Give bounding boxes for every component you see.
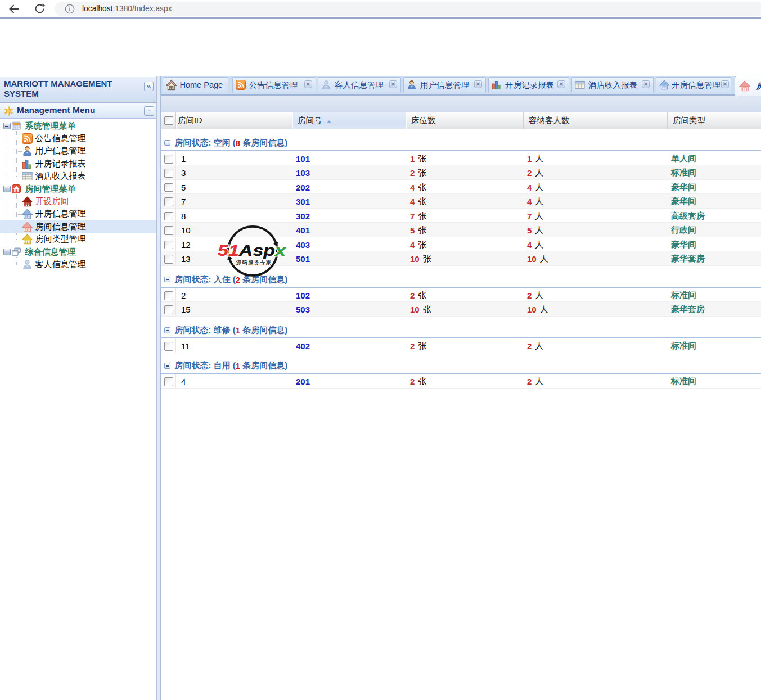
svg-text:源码服务专家: 源码服务专家 xyxy=(236,260,272,265)
svg-text:51Aspx: 51Aspx xyxy=(218,242,287,259)
